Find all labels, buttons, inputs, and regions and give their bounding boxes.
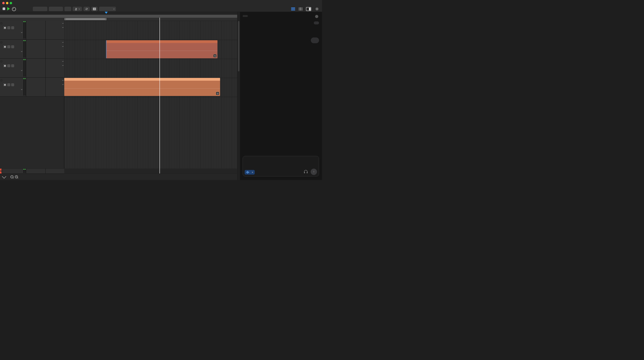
track-row[interactable] [0,59,64,78]
play-button[interactable] [7,7,10,10]
level-meter-left [23,78,24,96]
level-meter-left [23,60,24,76]
send-button[interactable]: ↑ [311,169,317,175]
mute-button[interactable] [7,64,10,67]
zoom-window-button[interactable] [10,2,12,4]
metronome-icon [75,8,77,10]
master-track-row[interactable] [0,168,64,174]
help-button[interactable] [315,15,318,18]
audio-clip-percussion[interactable] [106,40,218,58]
mute-button[interactable] [7,83,10,86]
stop-button[interactable] [2,8,5,10]
mute-button[interactable] [7,26,10,29]
bottom-bar: – + [0,174,237,180]
solo-button[interactable] [11,26,14,29]
details-heading [242,29,319,32]
time-signature-button[interactable] [64,7,71,11]
track-row[interactable] [0,40,64,59]
master-play-icon[interactable] [0,170,2,172]
clip-loop-badge[interactable] [213,54,216,58]
plugins-cell[interactable] [26,40,46,58]
chevron-down-icon [62,64,64,66]
assistant-panel: × ↑ [240,12,322,180]
track-row[interactable] [0,21,64,40]
clip-name[interactable] [64,78,220,81]
level-meter-left [23,22,24,38]
record-button[interactable] [12,7,16,11]
metronome-button[interactable] [73,7,82,11]
zoom-out-icon[interactable]: – [10,175,14,178]
chevron-down-icon [62,41,64,43]
tracks-view-icon[interactable] [291,7,295,11]
solo-button[interactable] [11,64,14,67]
ruler-bars-beats[interactable] [0,12,237,15]
vertical-scrollbar[interactable] [237,12,240,180]
record-dot-icon [4,84,6,86]
track-collapse-icon[interactable] [0,41,2,44]
level-meter-left [23,169,24,173]
clip-loop-badge[interactable] [216,92,219,95]
playhead-marker-icon[interactable] [105,12,108,14]
bpm-button[interactable] [49,7,63,11]
track-collapse-icon[interactable] [0,79,2,82]
horizontal-scrollbar[interactable] [64,18,106,20]
ruler-min-secs[interactable] [0,15,237,18]
chevron-down-icon [78,8,80,9]
audio-clip-guitar[interactable] [64,78,220,96]
minimize-window-button[interactable] [6,2,8,4]
chevron-down-icon [62,22,64,24]
loop-button[interactable] [84,7,90,11]
record-arm-button[interactable] [3,83,6,86]
chevron-down-icon [113,8,114,9]
context-chip[interactable]: × [245,170,255,174]
session-pill[interactable] [242,15,248,17]
chevron-down-icon [21,88,22,90]
record-arm-button[interactable] [3,26,6,29]
record-arm-button[interactable] [3,64,6,67]
plugins-cell[interactable] [26,78,46,96]
position-display[interactable] [33,7,47,11]
clip-name[interactable] [106,40,218,43]
assistant-message [242,48,319,52]
track-row[interactable] [0,78,64,97]
user-message [314,22,319,24]
chevron-down-icon [62,60,64,62]
chevron-down-icon [62,26,64,28]
close-window-button[interactable] [2,2,5,4]
track-collapse-icon[interactable] [0,22,2,24]
level-meter-right [25,169,26,173]
track-collapse-icon[interactable] [0,60,2,62]
timeline-grid[interactable] [64,21,237,168]
playhead[interactable] [160,18,160,174]
loop-icon [214,55,216,57]
collapse-panel-icon[interactable] [2,174,6,179]
mixer-view-icon[interactable] [299,7,302,10]
io-cell [46,78,64,96]
sidebar-toggle-icon[interactable] [306,7,311,11]
piano-roll-button[interactable] [91,7,98,11]
row-separator [64,40,237,40]
chat-input[interactable]: × ↑ [242,156,319,176]
gear-icon[interactable] [315,7,319,11]
io-cell [46,59,64,77]
piano-keys-icon [93,8,96,10]
chip-close-icon[interactable]: × [252,171,253,174]
record-arm-button[interactable] [3,45,6,48]
record-dot-icon [4,65,6,66]
chat-messages [242,22,319,57]
plugins-cell[interactable] [26,21,46,39]
scrollbar-thumb[interactable] [238,21,240,71]
view-toggle-group [291,7,319,11]
assistant-message [242,29,319,32]
title-bar [0,0,322,12]
assistant-message [242,54,319,57]
solo-button[interactable] [11,83,14,86]
plugins-cell[interactable] [26,59,46,77]
headphones-icon[interactable] [304,170,308,174]
mute-button[interactable] [7,45,10,48]
plugins-cell[interactable] [26,169,46,174]
zoom-in-icon[interactable]: + [15,175,18,178]
details-heading [242,48,319,52]
grid-select[interactable] [99,7,116,11]
solo-button[interactable] [11,45,14,48]
